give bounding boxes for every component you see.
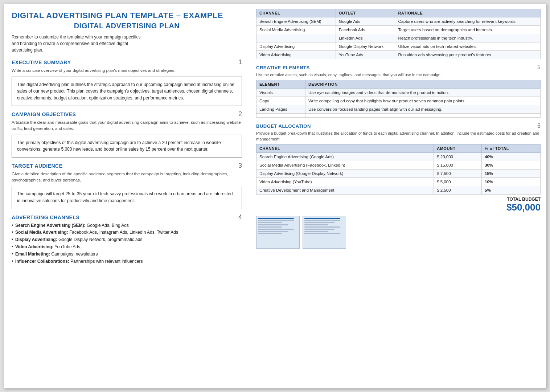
creative-number: 5 bbox=[537, 64, 541, 71]
channel-cell: Search Engine Advertising (SEM) bbox=[256, 17, 336, 26]
table-row: VisualsUse eye-catching images and video… bbox=[256, 89, 541, 97]
table-row: LinkedIn AdsReach professionals in the t… bbox=[256, 34, 541, 42]
campaign-obj-title: CAMPAIGN OBJECTIVES bbox=[12, 111, 76, 117]
bud-header-amount: AMOUNT bbox=[434, 144, 482, 153]
bud-header-channel: CHANNEL bbox=[256, 144, 434, 153]
exec-summary-desc: Write a concise overview of your digital… bbox=[12, 68, 242, 74]
budget-amount-cell: $ 15,000 bbox=[434, 161, 482, 170]
main-title: DIGITAL ADVERTISING PLAN TEMPLATE – EXAM… bbox=[12, 11, 242, 20]
budget-pct-cell: 40% bbox=[482, 153, 541, 161]
ad-channels-number: 4 bbox=[238, 213, 242, 221]
budget-amount-cell: $ 20,000 bbox=[434, 153, 482, 161]
table-row: Landing PagesUse conversion-focused land… bbox=[256, 105, 541, 114]
ch-header-rationale: RATIONALE bbox=[395, 9, 541, 17]
description-cell: Use conversion-focused landing pages tha… bbox=[305, 105, 540, 114]
table-row: CopyWrite compelling ad copy that highli… bbox=[256, 97, 541, 105]
element-cell: Copy bbox=[256, 97, 305, 105]
thumbnail-1 bbox=[256, 216, 300, 249]
budget-number: 6 bbox=[537, 123, 541, 129]
creative-table: ELEMENT DESCRIPTION VisualsUse eye-catch… bbox=[256, 80, 541, 118]
exec-summary-number: 1 bbox=[238, 58, 242, 66]
description-cell bbox=[305, 114, 540, 118]
target-audience-header: TARGET AUDIENCE 3 bbox=[12, 162, 242, 170]
bullet-item: Email Marketing: Campaigns, newsletters bbox=[12, 251, 242, 257]
exec-summary-header: EXECUTIVE SUMMARY 1 bbox=[12, 58, 242, 66]
ad-channels-title: ADVERTISING CHANNELS bbox=[12, 215, 79, 220]
channels-table: CHANNEL OUTLET RATIONALE Search Engine A… bbox=[256, 9, 541, 59]
rationale-cell: Reach professionals in the tech industry… bbox=[395, 34, 541, 42]
table-row bbox=[256, 114, 541, 118]
budget-pct-cell: 5% bbox=[482, 186, 541, 195]
creative-header-row: CREATIVE ELEMENTS 5 bbox=[256, 64, 541, 71]
bud-header-pct: % of TOTAL bbox=[482, 144, 541, 153]
outlet-cell: Google Ads bbox=[336, 17, 395, 26]
exec-summary-title: EXECUTIVE SUMMARY bbox=[12, 60, 71, 65]
outlet-cell: YouTube Ads bbox=[336, 51, 395, 59]
rationale-cell: Run video ads showcasing your product's … bbox=[395, 51, 541, 59]
description-cell: Use eye-catching images and videos that … bbox=[305, 89, 540, 97]
element-cell: Landing Pages bbox=[256, 105, 305, 114]
bullet-item: Video Advertising: YouTube Ads bbox=[12, 244, 242, 250]
exec-summary-content: This digital advertising plan outlines t… bbox=[12, 77, 242, 106]
target-audience-number: 3 bbox=[238, 162, 242, 170]
table-row: Search Engine Advertising (Google Ads)$ … bbox=[256, 153, 541, 161]
bullet-item: Search Engine Advertising (SEM): Google … bbox=[12, 222, 242, 229]
sub-title: DIGITAL ADVERTISING PLAN bbox=[12, 22, 242, 30]
bullet-item: Display Advertising: Google Display Netw… bbox=[12, 237, 242, 243]
element-cell bbox=[256, 114, 305, 118]
table-row: Search Engine Advertising (SEM)Google Ad… bbox=[256, 17, 541, 26]
right-column: CHANNEL OUTLET RATIONALE Search Engine A… bbox=[250, 4, 546, 388]
element-cell: Visuals bbox=[256, 89, 305, 97]
total-budget-label: TOTAL BUDGET bbox=[507, 197, 541, 202]
table-row: Display Advertising (Google Display Netw… bbox=[256, 170, 541, 178]
channel-cell: Display Advertising bbox=[256, 42, 336, 51]
outlet-cell: Facebook Ads bbox=[336, 26, 395, 34]
campaign-obj-header: CAMPAIGN OBJECTIVES 2 bbox=[12, 110, 242, 118]
channel-cell: Video Advertising bbox=[256, 51, 336, 59]
bullet-item: Influencer Collaborations: Partnerships … bbox=[12, 258, 242, 265]
ch-header-channel: CHANNEL bbox=[256, 9, 336, 17]
total-budget-section: TOTAL BUDGET $50,000 bbox=[256, 197, 541, 213]
budget-title: BUDGET ALLOCATION bbox=[256, 123, 311, 129]
total-budget-value: $50,000 bbox=[506, 202, 541, 213]
budget-channel-cell: Social Media Advertising (Facebook, Link… bbox=[256, 161, 434, 170]
table-row: Video AdvertisingYouTube AdsRun video ad… bbox=[256, 51, 541, 59]
cr-header-element: ELEMENT bbox=[256, 80, 305, 89]
budget-amount-cell: $ 7,500 bbox=[434, 170, 482, 178]
intro-text: Remember to customize the template with … bbox=[12, 34, 242, 53]
target-audience-desc: Give a detailed description of the speci… bbox=[12, 171, 242, 183]
campaign-obj-content: The primary objectives of this digital a… bbox=[12, 135, 242, 158]
bottom-thumbnails bbox=[256, 216, 541, 249]
target-audience-content: The campaign will target 25-to-35-year-o… bbox=[12, 186, 242, 209]
table-row: Social Media Advertising (Facebook, Link… bbox=[256, 161, 541, 170]
ch-header-outlet: OUTLET bbox=[336, 9, 395, 17]
budget-amount-cell: $ 2,500 bbox=[434, 186, 482, 195]
campaign-obj-desc: Articulate the clear and measurable goal… bbox=[12, 119, 242, 131]
left-column: DIGITAL ADVERTISING PLAN TEMPLATE – EXAM… bbox=[4, 4, 250, 388]
outlet-cell: LinkedIn Ads bbox=[336, 34, 395, 42]
cr-header-description: DESCRIPTION bbox=[305, 80, 540, 89]
budget-pct-cell: 15% bbox=[482, 170, 541, 178]
channels-table-section: CHANNEL OUTLET RATIONALE Search Engine A… bbox=[256, 9, 541, 59]
bullet-item: Social Media Advertising: Facebook Ads, … bbox=[12, 229, 242, 236]
creative-title: CREATIVE ELEMENTS bbox=[256, 65, 310, 70]
ad-channels-header: ADVERTISING CHANNELS 4 bbox=[12, 213, 242, 221]
budget-header-row: BUDGET ALLOCATION 6 bbox=[256, 123, 541, 129]
rationale-cell: Utilize visual ads on tech-related websi… bbox=[395, 42, 541, 51]
target-audience-title: TARGET AUDIENCE bbox=[12, 163, 63, 169]
channel-cell bbox=[256, 34, 336, 42]
budget-amount-cell: $ 5,000 bbox=[434, 178, 482, 186]
budget-table: CHANNEL AMOUNT % of TOTAL Search Engine … bbox=[256, 144, 541, 195]
budget-channel-cell: Video Advertising (YouTube) bbox=[256, 178, 434, 186]
budget-channel-cell: Creative Development and Management bbox=[256, 186, 434, 195]
thumbnail-2 bbox=[303, 216, 346, 249]
rationale-cell: Capture users who are actively searching… bbox=[395, 17, 541, 26]
table-row: Social Media AdvertisingFacebook AdsTarg… bbox=[256, 26, 541, 34]
budget-pct-cell: 30% bbox=[482, 161, 541, 170]
budget-channel-cell: Search Engine Advertising (Google Ads) bbox=[256, 153, 434, 161]
table-row: Video Advertising (YouTube)$ 5,00010% bbox=[256, 178, 541, 186]
rationale-cell: Target users based on demographics and i… bbox=[395, 26, 541, 34]
page-container: DIGITAL ADVERTISING PLAN TEMPLATE – EXAM… bbox=[4, 4, 546, 388]
budget-pct-cell: 10% bbox=[482, 178, 541, 186]
ad-channels-bullets: Search Engine Advertising (SEM): Google … bbox=[12, 222, 242, 265]
